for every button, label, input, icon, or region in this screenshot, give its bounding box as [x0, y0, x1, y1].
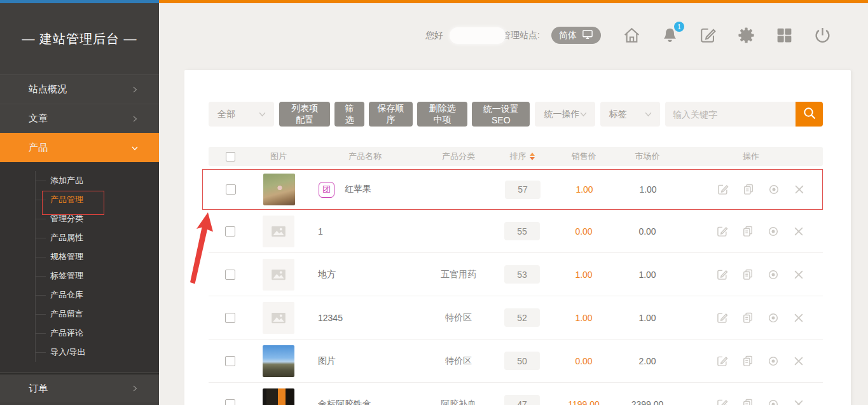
preview-eye-icon[interactable]	[767, 355, 780, 367]
submenu-item-tag-management[interactable]: 标签管理	[36, 266, 159, 285]
table-row: 金标阿胶铁盒 阿胶补血 47 1199.00 2399.00	[209, 383, 823, 405]
copy-icon[interactable]	[742, 183, 755, 196]
sort-value-field[interactable]: 52	[504, 308, 540, 327]
notification-badge: 1	[674, 22, 684, 32]
manage-site-label: 管理站点:	[502, 30, 540, 41]
logout-power-icon[interactable]	[813, 26, 832, 45]
list-config-button[interactable]: 列表项配置	[279, 102, 329, 127]
submenu-label: 标签管理	[50, 270, 83, 282]
product-image[interactable]	[263, 388, 294, 405]
notifications-icon[interactable]: 1	[661, 26, 679, 45]
submenu-item-spec-management[interactable]: 规格管理	[36, 247, 159, 266]
search-input[interactable]	[665, 102, 796, 127]
submenu-item-product-reviews[interactable]: 产品评论	[36, 324, 159, 343]
batch-seo-button[interactable]: 统一设置SEO	[472, 102, 530, 127]
table-header: 图片 产品名称 产品分类 排序 销售价 市场价 操作	[209, 147, 823, 166]
delete-x-icon[interactable]	[792, 398, 805, 405]
row-checkbox[interactable]	[225, 356, 235, 366]
market-price: 1.00	[616, 184, 680, 195]
sale-price: 1.00	[553, 184, 616, 195]
edit-icon[interactable]	[717, 183, 729, 196]
edit-icon[interactable]	[716, 312, 729, 324]
home-icon[interactable]	[623, 26, 641, 45]
content-header: 您好 管理站点: 简体 1	[159, 3, 868, 70]
edit-icon[interactable]	[716, 268, 729, 281]
submenu-item-import-export[interactable]: 导入/导出	[36, 343, 159, 362]
submenu-item-product-management[interactable]: 产品管理	[36, 190, 159, 209]
sidebar-item-articles[interactable]: 文章	[0, 104, 159, 133]
settings-gear-icon[interactable]	[737, 26, 755, 45]
edit-icon[interactable]	[716, 355, 729, 367]
sort-value-field[interactable]: 57	[505, 181, 541, 199]
submenu-item-product-warehouse[interactable]: 产品仓库	[36, 285, 159, 305]
preview-eye-icon[interactable]	[767, 268, 780, 281]
product-image-placeholder[interactable]	[263, 216, 294, 247]
row-checkbox[interactable]	[225, 226, 235, 237]
sidebar-item-site-overview[interactable]: 站点概况	[0, 74, 159, 104]
search-button[interactable]	[796, 102, 823, 127]
product-image[interactable]	[263, 345, 294, 377]
sort-value-field[interactable]: 55	[504, 222, 540, 240]
chevron-down-icon	[579, 110, 588, 118]
sidebar-item-products[interactable]: 产品	[0, 133, 159, 162]
row-checkbox[interactable]	[225, 270, 235, 280]
submenu-label: 产品评论	[50, 327, 83, 339]
edit-icon[interactable]	[716, 225, 729, 238]
save-order-button[interactable]: 保存顺序	[369, 102, 413, 127]
edit-icon[interactable]	[699, 26, 717, 45]
product-name[interactable]: 金标阿胶铁盒	[318, 399, 371, 405]
submenu-label: 规格管理	[50, 251, 83, 263]
delete-x-icon[interactable]	[792, 355, 805, 367]
product-image-placeholder[interactable]	[263, 259, 294, 291]
copy-icon[interactable]	[741, 312, 754, 324]
submenu-item-product-messages[interactable]: 产品留言	[36, 305, 159, 324]
submenu-item-manage-categories[interactable]: 管理分类	[36, 209, 159, 228]
tag-dropdown[interactable]: 标签	[600, 102, 660, 127]
batch-operation-dropdown[interactable]: 统一操作	[535, 102, 595, 127]
product-image-placeholder[interactable]	[263, 302, 294, 334]
filter-all-dropdown[interactable]: 全部	[209, 102, 274, 127]
sort-value-field[interactable]: 47	[504, 395, 540, 405]
preview-eye-icon[interactable]	[767, 312, 780, 324]
col-header-sort[interactable]: 排序	[492, 151, 552, 162]
submenu-item-product-attributes[interactable]: 产品属性	[36, 228, 159, 247]
sidebar-item-orders[interactable]: 订单	[0, 373, 159, 402]
chevron-right-icon	[131, 115, 139, 123]
delete-selected-button[interactable]: 删除选中项	[417, 102, 467, 127]
select-all-checkbox[interactable]	[226, 152, 235, 161]
filter-button[interactable]: 筛选	[334, 102, 364, 127]
chevron-down-icon	[644, 110, 652, 118]
product-name[interactable]: 图片	[318, 355, 336, 367]
submenu-label: 管理分类	[50, 213, 83, 224]
product-image[interactable]	[263, 174, 295, 205]
submenu-item-add-product[interactable]: 添加产品	[36, 171, 159, 190]
product-name[interactable]: 红苹果	[345, 184, 371, 195]
table-row: 1 55 0.00 0.00	[209, 210, 823, 253]
copy-icon[interactable]	[741, 225, 754, 238]
preview-eye-icon[interactable]	[767, 398, 780, 405]
apps-grid-icon[interactable]	[775, 26, 794, 45]
sidebar-item-label: 产品	[29, 142, 48, 154]
product-name[interactable]: 1	[318, 226, 323, 237]
delete-x-icon[interactable]	[793, 183, 806, 196]
product-name[interactable]: 12345	[318, 313, 343, 323]
edit-icon[interactable]	[716, 398, 729, 405]
copy-icon[interactable]	[741, 398, 754, 405]
sort-arrows-icon	[530, 153, 535, 160]
delete-x-icon[interactable]	[792, 268, 805, 281]
preview-eye-icon[interactable]	[767, 225, 780, 238]
product-name[interactable]: 地方	[318, 269, 336, 280]
market-price: 2399.00	[616, 399, 679, 405]
delete-x-icon[interactable]	[792, 225, 805, 238]
sort-value-field[interactable]: 50	[504, 352, 540, 370]
search-icon	[802, 106, 817, 123]
row-checkbox[interactable]	[225, 399, 235, 405]
sort-value-field[interactable]: 53	[504, 265, 540, 284]
language-switch-button[interactable]: 简体	[551, 27, 601, 44]
preview-eye-icon[interactable]	[768, 183, 780, 196]
copy-icon[interactable]	[741, 268, 754, 281]
row-checkbox[interactable]	[225, 313, 235, 323]
copy-icon[interactable]	[741, 355, 754, 367]
row-checkbox[interactable]	[226, 184, 236, 195]
delete-x-icon[interactable]	[792, 312, 805, 324]
